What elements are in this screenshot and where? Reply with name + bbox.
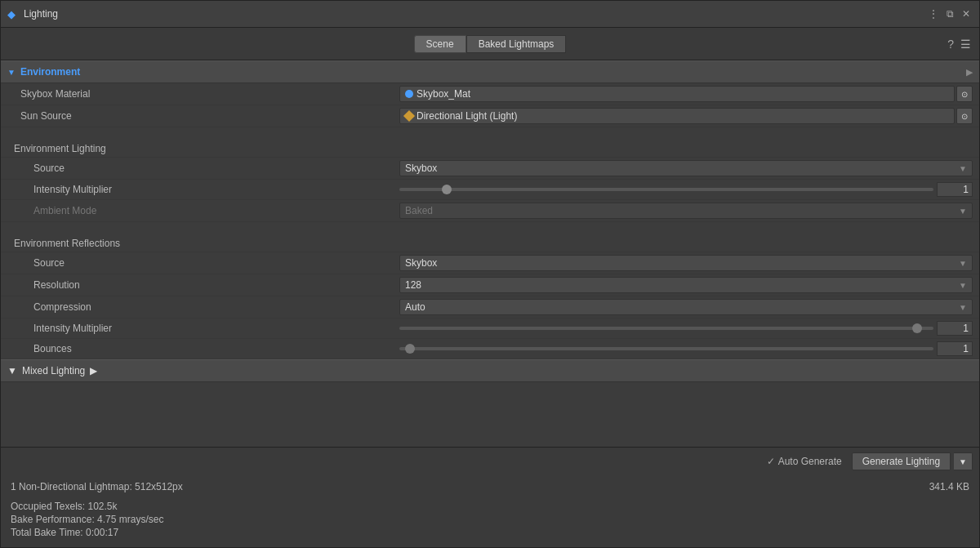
env-source-dropdown[interactable]: Skybox ▼ [399, 160, 973, 176]
env-intensity-row: Intensity Multiplier 1 [1, 180, 979, 200]
refl-intensity-value: 1 [399, 321, 973, 336]
refl-intensity-slider-value[interactable]: 1 [937, 321, 973, 336]
refl-bounces-row: Bounces 1 [1, 339, 979, 359]
window-icon: ◆ [7, 8, 19, 20]
env-source-label: Source [7, 163, 399, 174]
close-button[interactable]: ✕ [960, 7, 973, 20]
refl-intensity-row: Intensity Multiplier 1 [1, 319, 979, 339]
refl-resolution-label: Resolution [7, 279, 399, 291]
help-button[interactable]: ? [946, 36, 956, 52]
restore-button[interactable]: ⧉ [943, 7, 956, 20]
generate-row: ✓ Auto Generate Generate Lighting ▼ [1, 448, 979, 475]
mixed-lighting-label: Mixed Lighting [22, 365, 85, 376]
window-title: Lighting [24, 8, 58, 20]
baked-lightmaps-tab[interactable]: Baked Lightmaps [466, 35, 567, 53]
skybox-material-pick-button[interactable]: ⊙ [956, 86, 973, 102]
sun-source-pick-button[interactable]: ⊙ [956, 108, 973, 124]
auto-generate-checkbox[interactable]: ✓ Auto Generate [767, 456, 842, 467]
bake-time-row: Total Bake Time: 0:00:17 [11, 526, 969, 539]
env-intensity-slider-track[interactable] [399, 188, 933, 191]
stats-area: 1 Non-Directional Lightmap: 512x512px 34… [1, 475, 979, 547]
env-lighting-section-label: Environment Lighting [7, 136, 399, 154]
skybox-material-value: Skybox_Mat ⊙ [399, 86, 973, 102]
bake-performance-text: Bake Performance: 4.75 mrays/sec [11, 514, 163, 525]
refl-source-value: Skybox ▼ [399, 255, 973, 271]
env-intensity-value: 1 [399, 182, 973, 197]
spacer-stats [11, 493, 969, 500]
env-reflections-header-row: Environment Reflections [1, 229, 979, 252]
skybox-material-field[interactable]: Skybox_Mat [399, 86, 955, 102]
refl-bounces-slider-container: 1 [399, 341, 973, 356]
lightmap-info-row: 1 Non-Directional Lightmap: 512x512px 34… [11, 480, 969, 493]
refl-intensity-slider-track[interactable] [399, 327, 933, 330]
skybox-material-row: Skybox Material Skybox_Mat ⊙ [1, 83, 979, 105]
refl-compression-dropdown[interactable]: Auto ▼ [399, 299, 973, 315]
refl-source-dropdown[interactable]: Skybox ▼ [399, 255, 973, 271]
refl-source-label: Source [7, 257, 399, 269]
ambient-mode-arrow-icon: ▼ [959, 207, 967, 216]
spacer-1 [1, 127, 979, 134]
refl-intensity-slider-container: 1 [399, 321, 973, 336]
lightmap-size-text: 341.4 KB [929, 481, 969, 492]
refl-bounces-slider-track[interactable] [399, 347, 933, 350]
env-intensity-slider-container: 1 [399, 182, 973, 197]
refl-intensity-slider-thumb[interactable] [912, 323, 922, 333]
toolbar-actions: ? ☰ [946, 36, 973, 52]
ambient-mode-label: Ambient Mode [7, 205, 399, 216]
refl-bounces-slider-value[interactable]: 1 [937, 341, 973, 356]
lighting-window: ◆ Lighting ⋮ ⧉ ✕ Scene Baked Lightmaps ?… [0, 0, 980, 548]
mixed-lighting-arrow: ▼ [7, 365, 17, 376]
bake-time-text: Total Bake Time: 0:00:17 [11, 527, 118, 538]
refl-bounces-label: Bounces [7, 343, 399, 354]
refl-bounces-value: 1 [399, 341, 973, 356]
env-intensity-label: Intensity Multiplier [7, 184, 399, 195]
ambient-mode-dropdown: Baked ▼ [399, 203, 973, 219]
env-source-text: Skybox [405, 163, 437, 174]
mixed-lighting-section-header[interactable]: ▼ Mixed Lighting ▶ [1, 359, 979, 382]
content-area: ▼ Environment ▶ Skybox Material Skybox_M… [1, 60, 979, 547]
bake-performance-row: Bake Performance: 4.75 mrays/sec [11, 513, 969, 526]
generate-lighting-dropdown-button[interactable]: ▼ [954, 452, 973, 470]
env-lighting-header-row: Environment Lighting [1, 134, 979, 158]
scroll-area[interactable]: ▼ Environment ▶ Skybox Material Skybox_M… [1, 60, 979, 447]
menu-icon[interactable]: ⋮ [927, 7, 940, 20]
sun-source-diamond-icon [403, 110, 415, 122]
env-intensity-slider-value[interactable]: 1 [937, 182, 973, 197]
sun-source-value: Directional Light (Light) ⊙ [399, 108, 973, 124]
env-intensity-slider-thumb[interactable] [442, 185, 452, 194]
lightmap-info-text: 1 Non-Directional Lightmap: 512x512px [11, 481, 183, 492]
environment-arrow: ▼ [7, 68, 16, 77]
refl-source-text: Skybox [405, 257, 437, 269]
env-reflections-section-label: Environment Reflections [7, 231, 399, 249]
env-source-arrow-icon: ▼ [959, 164, 967, 173]
refl-compression-value: Auto ▼ [399, 299, 973, 315]
refl-compression-row: Compression Auto ▼ [1, 296, 979, 319]
refl-compression-text: Auto [405, 301, 425, 313]
refl-resolution-arrow-icon: ▼ [959, 281, 967, 290]
title-bar-controls: ⋮ ⧉ ✕ [927, 7, 973, 20]
skybox-dot-icon [405, 90, 413, 98]
scene-tab[interactable]: Scene [414, 35, 466, 53]
sun-source-label: Sun Source [7, 110, 399, 122]
toolbar: Scene Baked Lightmaps ? ☰ [1, 28, 979, 60]
auto-generate-label: Auto Generate [778, 456, 842, 467]
sun-source-text: Directional Light (Light) [416, 110, 517, 122]
refl-bounces-slider-thumb[interactable] [405, 344, 415, 354]
refl-resolution-dropdown[interactable]: 128 ▼ [399, 277, 973, 293]
skybox-material-label: Skybox Material [7, 88, 399, 100]
refl-resolution-value: 128 ▼ [399, 277, 973, 293]
occupied-texels-row: Occupied Texels: 102.5k [11, 500, 969, 513]
ambient-mode-text: Baked [405, 205, 433, 216]
environment-label: Environment [20, 66, 80, 78]
ambient-mode-value: Baked ▼ [399, 203, 973, 219]
refl-compression-label: Compression [7, 301, 399, 313]
settings-button[interactable]: ☰ [959, 36, 973, 52]
env-source-row: Source Skybox ▼ [1, 158, 979, 180]
refl-resolution-text: 128 [405, 279, 421, 291]
generate-lighting-button[interactable]: Generate Lighting [852, 452, 951, 470]
spacer-2 [1, 222, 979, 229]
environment-section-header[interactable]: ▼ Environment ▶ [1, 60, 979, 83]
refl-compression-arrow-icon: ▼ [959, 303, 967, 312]
check-icon: ✓ [767, 456, 775, 467]
sun-source-field[interactable]: Directional Light (Light) [399, 108, 955, 124]
